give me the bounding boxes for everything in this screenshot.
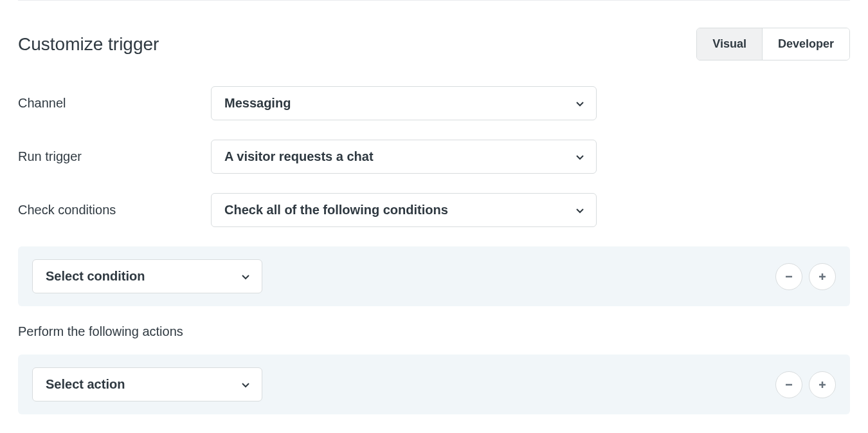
view-toggle: Visual Developer	[696, 28, 850, 60]
tab-developer[interactable]: Developer	[763, 28, 849, 60]
channel-row: Channel Messaging	[18, 86, 850, 120]
run-trigger-label: Run trigger	[18, 149, 211, 164]
actions-section-label: Perform the following actions	[18, 324, 850, 339]
action-select[interactable]: Select action	[32, 367, 262, 401]
remove-action-button[interactable]	[775, 371, 802, 398]
action-placeholder: Select action	[46, 377, 125, 392]
condition-controls	[775, 263, 836, 290]
action-controls	[775, 371, 836, 398]
actions-panel: Select action	[18, 355, 850, 414]
check-conditions-value: Check all of the following conditions	[224, 203, 448, 217]
minus-icon	[784, 272, 794, 282]
run-trigger-row: Run trigger A visitor requests a chat	[18, 140, 850, 174]
check-conditions-label: Check conditions	[18, 203, 211, 217]
page-title: Customize trigger	[18, 34, 159, 55]
remove-condition-button[interactable]	[775, 263, 802, 290]
channel-value: Messaging	[224, 96, 291, 111]
plus-icon	[817, 380, 827, 390]
run-trigger-select[interactable]: A visitor requests a chat	[211, 140, 597, 174]
header-row: Customize trigger Visual Developer	[18, 28, 850, 60]
condition-select[interactable]: Select condition	[32, 259, 262, 293]
add-condition-button[interactable]	[809, 263, 836, 290]
plus-icon	[817, 272, 827, 282]
add-action-button[interactable]	[809, 371, 836, 398]
minus-icon	[784, 380, 794, 390]
check-conditions-row: Check conditions Check all of the follow…	[18, 193, 850, 227]
divider	[18, 0, 850, 1]
tab-visual[interactable]: Visual	[697, 28, 763, 60]
condition-placeholder: Select condition	[46, 269, 145, 284]
run-trigger-value: A visitor requests a chat	[224, 149, 374, 164]
conditions-panel: Select condition	[18, 246, 850, 306]
channel-label: Channel	[18, 96, 211, 111]
check-conditions-select[interactable]: Check all of the following conditions	[211, 193, 597, 227]
channel-select[interactable]: Messaging	[211, 86, 597, 120]
